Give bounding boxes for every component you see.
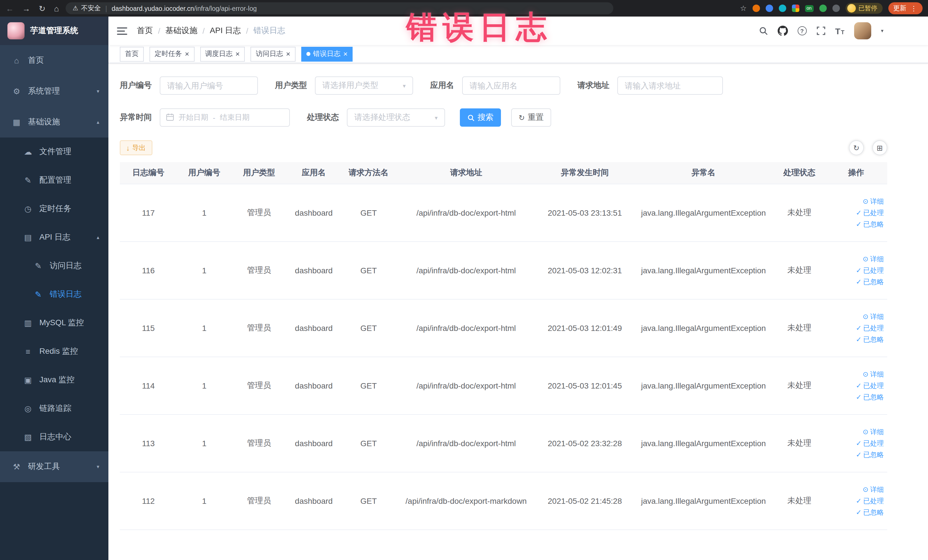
reset-button[interactable]: ↻ 重置 [511, 108, 551, 127]
search-button[interactable]: 搜索 [460, 108, 501, 127]
tag-dispatch-log[interactable]: 调度日志 × [200, 46, 245, 61]
search-icon[interactable] [759, 26, 768, 35]
detail-link-label: 详细 [870, 484, 884, 495]
detail-link[interactable]: ⊙详细 [829, 195, 884, 207]
calendar-icon [166, 113, 174, 122]
filter-process-status: 处理状态 请选择处理状态 ▾ [307, 108, 445, 127]
cell-status: 未处理 [774, 184, 825, 241]
mark-processed-link[interactable]: ✓已处理 [829, 380, 884, 391]
sidebar-item-api-log[interactable]: ▤ API 日志 ▴ [0, 223, 108, 252]
font-size-icon[interactable]: T T [835, 26, 844, 35]
app-name-input[interactable] [470, 81, 553, 90]
sidebar-item-redis-monitor[interactable]: ≡ Redis 监控 [0, 337, 108, 366]
tag-close-icon[interactable]: × [343, 50, 348, 58]
mark-ignored-link[interactable]: ✓已忽略 [829, 218, 884, 230]
sidebar-item-dev-tools[interactable]: ⚒ 研发工具 ▾ [0, 451, 108, 482]
mark-processed-link[interactable]: ✓已处理 [829, 264, 884, 276]
sidebar-item-config-management[interactable]: ✎ 配置管理 [0, 166, 108, 195]
extension-icon-1[interactable] [752, 5, 760, 12]
browser-back-icon[interactable]: ← [6, 4, 14, 12]
mark-processed-link[interactable]: ✓已处理 [829, 495, 884, 507]
breadcrumb-item-home[interactable]: 首页 [137, 26, 153, 36]
gear-icon: ⚙ [11, 87, 22, 96]
browser-home-icon[interactable]: ⌂ [54, 4, 59, 12]
mark-ignored-link[interactable]: ✓已忽略 [829, 276, 884, 287]
font-size-large-glyph: T [835, 26, 840, 35]
detail-link[interactable]: ⊙详细 [829, 426, 884, 437]
user-type-select[interactable]: 请选择用户类型 ▾ [315, 76, 413, 95]
address-bar[interactable]: ⚠ 不安全 | dashboard.yudao.iocoder.cn/infra… [66, 2, 614, 14]
detail-link[interactable]: ⊙详细 [829, 484, 884, 495]
sidebar-item-infrastructure[interactable]: ▦ 基础设施 ▴ [0, 107, 108, 137]
process-status-select[interactable]: 请选择处理状态 ▾ [347, 108, 445, 127]
mark-processed-link[interactable]: ✓已处理 [829, 207, 884, 218]
breadcrumb-item-infrastructure[interactable]: 基础设施 [165, 26, 197, 36]
sidebar-item-scheduled-tasks[interactable]: ◷ 定时任务 [0, 195, 108, 223]
mark-ignored-link[interactable]: ✓已忽略 [829, 449, 884, 460]
breadcrumb-item-api-log[interactable]: API 日志 [210, 26, 241, 36]
mark-processed-link[interactable]: ✓已处理 [829, 322, 884, 334]
hamburger-menu-icon[interactable] [108, 26, 136, 35]
log-center-icon: ▧ [23, 432, 33, 442]
mark-ignored-link[interactable]: ✓已忽略 [829, 391, 884, 403]
cell-time: 2021-05-03 12:01:45 [536, 357, 633, 414]
cell-method: GET [341, 414, 396, 472]
browser-reload-icon[interactable]: ↻ [39, 4, 45, 12]
profile-chip[interactable]: 已暂停 [845, 3, 882, 14]
check-icon: ✓ [856, 509, 862, 516]
column-header-request-url: 请求地址 [396, 162, 536, 184]
mark-processed-link[interactable]: ✓已处理 [829, 437, 884, 449]
tag-error-log[interactable]: 错误日志 × [301, 46, 353, 61]
tag-access-log[interactable]: 访问日志 × [250, 46, 295, 61]
tag-home[interactable]: 首页 [120, 46, 144, 61]
sidebar-item-system-management[interactable]: ⚙ 系统管理 ▾ [0, 76, 108, 107]
logo[interactable]: 芋道管理系统 [0, 17, 108, 45]
sidebar-item-file-management[interactable]: ☁ 文件管理 [0, 137, 108, 166]
bookmark-star-icon[interactable]: ☆ [740, 5, 746, 12]
help-icon[interactable]: ? [797, 26, 806, 35]
browser-forward-icon[interactable]: → [22, 4, 30, 12]
detail-link[interactable]: ⊙详细 [829, 368, 884, 380]
sidebar-item-java-monitor[interactable]: ▣ Java 监控 [0, 366, 108, 394]
sidebar-item-access-log[interactable]: ✎ 访问日志 [0, 252, 108, 280]
column-settings-button[interactable]: ⊞ [872, 140, 887, 155]
extension-icon-6[interactable] [832, 5, 839, 12]
tag-close-icon[interactable]: × [286, 50, 290, 58]
tag-scheduled-tasks[interactable]: 定时任务 × [150, 46, 194, 61]
browser-update-button[interactable]: 更新 ⋮ [888, 2, 922, 14]
browser-menu-kebab-icon[interactable]: ⋮ [910, 4, 917, 12]
detail-link[interactable]: ⊙详细 [829, 253, 884, 264]
extension-icon-2[interactable] [765, 5, 773, 12]
sidebar-item-home[interactable]: ⌂ 首页 [0, 45, 108, 76]
user-id-input[interactable] [167, 81, 250, 90]
extension-icon-5[interactable] [819, 5, 826, 12]
extension-on-badge[interactable]: on [805, 5, 814, 12]
extension-icon-3[interactable] [778, 5, 786, 12]
extension-icon-4[interactable] [792, 5, 799, 12]
refresh-table-button[interactable]: ↻ [849, 140, 864, 155]
sidebar-item-mysql-monitor[interactable]: ▥ MySQL 监控 [0, 309, 108, 337]
home-icon: ⌂ [11, 56, 22, 65]
date-range-picker[interactable]: 开始日期 - 结束日期 [160, 108, 290, 127]
cell-user-id: 1 [177, 357, 232, 414]
request-url-input[interactable] [625, 81, 716, 90]
fullscreen-icon[interactable] [816, 26, 825, 35]
browser-toolbar: ← → ↻ ⌂ ⚠ 不安全 | dashboard.yudao.iocoder.… [0, 0, 928, 17]
github-icon[interactable] [777, 26, 788, 36]
export-button[interactable]: ↓ 导出 [120, 140, 152, 155]
sidebar-item-error-log[interactable]: ✎ 错误日志 [0, 280, 108, 309]
detail-link[interactable]: ⊙详细 [829, 311, 884, 322]
page-url: dashboard.yudao.iocoder.cn/infra/log/api… [111, 5, 257, 12]
sidebar-item-link-tracing[interactable]: ◎ 链路追踪 [0, 394, 108, 423]
avatar-caret-down-icon[interactable]: ▾ [881, 28, 884, 34]
mark-ignored-link[interactable]: ✓已忽略 [829, 507, 884, 518]
mark-ignored-link[interactable]: ✓已忽略 [829, 334, 884, 345]
tag-close-icon[interactable]: × [235, 50, 240, 58]
user-avatar[interactable] [854, 22, 871, 40]
tag-close-icon[interactable]: × [185, 50, 189, 58]
eye-icon: ⊙ [863, 486, 868, 493]
sidebar-item-log-center[interactable]: ▧ 日志中心 [0, 423, 108, 451]
sidebar-item-label: Redis 监控 [40, 346, 99, 357]
eye-icon: ⊙ [863, 255, 868, 262]
check-icon: ✓ [856, 439, 862, 447]
